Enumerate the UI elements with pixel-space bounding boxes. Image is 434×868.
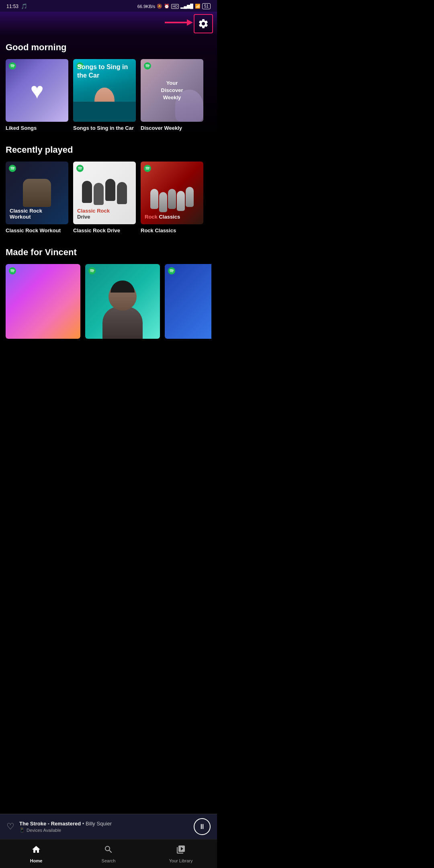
status-bar: 11:53 🎵 66.9KB/s 🔕 ⏰ HD ▂▄▆█ 📶 51 [0,0,217,12]
songs-car-image: Songs to Sing in the Car [73,59,136,122]
good-morning-grid: ♥ Liked Songs Songs to Sing in the Car [6,59,211,134]
made-for-image-2 [85,264,160,339]
discover-weekly-card[interactable]: YourDiscoverWeekly Discover Weekly [141,59,203,132]
made-for-card-1[interactable] [6,264,80,342]
recently-played-section: Recently played Classic RockWorkout [0,138,217,241]
good-morning-title: Good morning [6,42,211,53]
songs-car-thumb: Songs to Sing in the Car [73,59,136,122]
liked-songs-card[interactable]: ♥ Liked Songs [6,59,68,132]
discover-weekly-label: Discover Weekly [141,125,203,132]
rock-classics-card[interactable]: Rock Classics Rock Classics [141,162,203,234]
good-morning-section: Good morning ♥ Liked Songs [0,36,217,138]
classic-rock-workout-label: Classic Rock Workout [6,227,68,234]
signal-bars: ▂▄▆█ [180,4,193,9]
recently-played-title: Recently played [6,145,211,155]
classic-rock-drive-card[interactable]: Classic RockDrive Classic Rock Drive [73,162,136,234]
rock-classics-label: Rock Classics [141,227,203,234]
made-for-thumb-2 [85,264,160,339]
classic-rock-drive-thumb: Classic RockDrive [73,162,136,224]
liked-songs-thumb: ♥ [6,59,68,122]
battery-indicator: 51 [202,3,211,9]
songs-car-label: Songs to Sing in the Car [73,125,136,132]
alarm-icon: ⏰ [164,4,170,9]
svg-marker-1 [187,19,193,26]
settings-button[interactable] [194,14,213,33]
liked-songs-label: Liked Songs [6,125,68,132]
settings-arrow-indicator [165,16,193,29]
discover-thumb: YourDiscoverWeekly [141,59,203,122]
rock-classics-thumb: Rock Classics [141,162,203,224]
made-for-title: Made for Vincent [6,247,211,258]
made-for-section: Made for Vincent [0,241,217,348]
classic-rock-workout-card[interactable]: Classic RockWorkout Classic Rock Workout [6,162,68,234]
header [0,12,217,36]
wifi-icon: 📶 [195,4,201,9]
mute-icon: 🔕 [157,4,162,9]
hd-badge: HD [171,4,179,9]
time-display: 11:53 [6,4,18,9]
made-for-card-2[interactable] [85,264,160,342]
spotify-status-icon: 🎵 [21,3,27,9]
made-for-grid [6,264,211,344]
made-for-thumb-3 [165,264,211,339]
classic-rock-drive-label: Classic Rock Drive [73,227,136,234]
recently-played-grid: Classic RockWorkout Classic Rock Workout [6,162,211,237]
made-for-card-3[interactable] [165,264,211,342]
songs-car-card[interactable]: Songs to Sing in the Car Songs to Sing i… [73,59,136,132]
made-for-thumb-1 [6,264,80,339]
classic-rock-workout-thumb: Classic RockWorkout [6,162,68,224]
data-speed: 66.9KB/s [137,4,156,9]
made-for-image-1 [6,264,80,339]
heart-icon: ♥ [30,78,43,104]
